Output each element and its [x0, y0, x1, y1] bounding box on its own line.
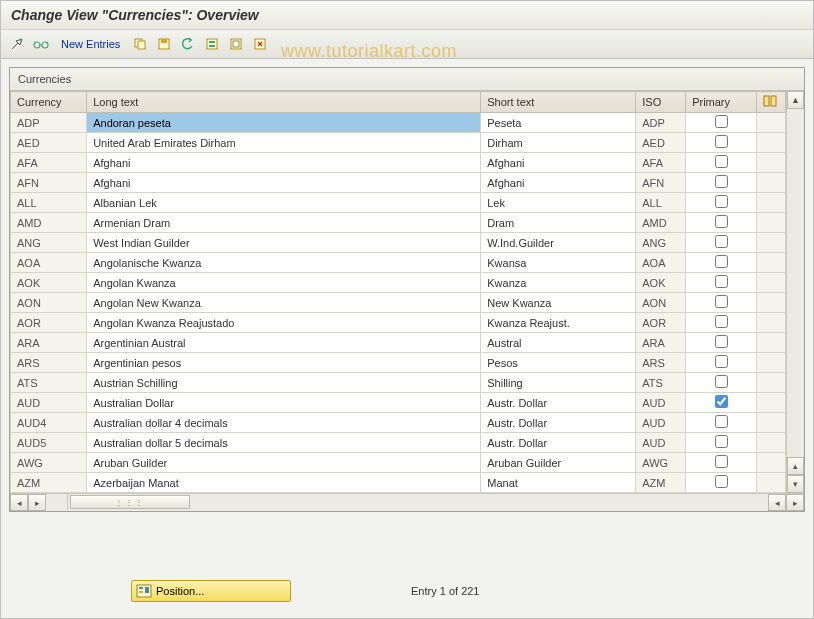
cell-longtext[interactable]: Angolan Kwanza: [87, 273, 481, 293]
cell-shorttext[interactable]: Austr. Dollar: [481, 433, 636, 453]
undo-icon[interactable]: [178, 34, 198, 54]
table-row[interactable]: ARSArgentinian pesosPesosARS: [11, 353, 786, 373]
primary-checkbox[interactable]: [715, 155, 728, 168]
horizontal-scrollbar[interactable]: ◂ ▸ ⋮⋮⋮ ◂ ▸: [10, 493, 804, 511]
table-row[interactable]: ADPAndoran pesetaPesetaADP: [11, 113, 786, 133]
primary-checkbox[interactable]: [715, 275, 728, 288]
cell-primary[interactable]: [686, 273, 757, 293]
cell-currency[interactable]: ARS: [11, 353, 87, 373]
cell-longtext[interactable]: West Indian Guilder: [87, 233, 481, 253]
hscroll-left2-icon[interactable]: ◂: [768, 494, 786, 511]
cell-currency[interactable]: AOK: [11, 273, 87, 293]
cell-iso[interactable]: ADP: [636, 113, 686, 133]
cell-primary[interactable]: [686, 333, 757, 353]
primary-checkbox[interactable]: [715, 435, 728, 448]
cell-primary[interactable]: [686, 413, 757, 433]
hscroll-right-icon[interactable]: ▸: [28, 494, 46, 511]
new-entries-button[interactable]: New Entries: [55, 38, 126, 50]
cell-shorttext[interactable]: Peseta: [481, 113, 636, 133]
cell-shorttext[interactable]: Kwanza: [481, 273, 636, 293]
cell-iso[interactable]: ARS: [636, 353, 686, 373]
cell-longtext[interactable]: Aruban Guilder: [87, 453, 481, 473]
cell-currency[interactable]: ARA: [11, 333, 87, 353]
table-row[interactable]: AOAAngolanische KwanzaKwansaAOA: [11, 253, 786, 273]
cell-shorttext[interactable]: Lek: [481, 193, 636, 213]
table-row[interactable]: AFAAfghaniAfghaniAFA: [11, 153, 786, 173]
table-row[interactable]: AONAngolan New KwanzaNew KwanzaAON: [11, 293, 786, 313]
delete-icon[interactable]: [250, 34, 270, 54]
cell-iso[interactable]: AOK: [636, 273, 686, 293]
primary-checkbox[interactable]: [715, 295, 728, 308]
cell-shorttext[interactable]: Austr. Dollar: [481, 413, 636, 433]
primary-checkbox[interactable]: [715, 355, 728, 368]
primary-checkbox[interactable]: [715, 195, 728, 208]
primary-checkbox[interactable]: [715, 255, 728, 268]
cell-primary[interactable]: [686, 213, 757, 233]
primary-checkbox[interactable]: [715, 335, 728, 348]
cell-primary[interactable]: [686, 353, 757, 373]
cell-iso[interactable]: ATS: [636, 373, 686, 393]
hscroll-left-icon[interactable]: ◂: [10, 494, 28, 511]
cell-currency[interactable]: AOR: [11, 313, 87, 333]
cell-shorttext[interactable]: Austral: [481, 333, 636, 353]
scroll-down-icon[interactable]: ▾: [787, 475, 804, 493]
cell-shorttext[interactable]: Afghani: [481, 153, 636, 173]
cell-primary[interactable]: [686, 153, 757, 173]
primary-checkbox[interactable]: [715, 135, 728, 148]
table-row[interactable]: AWGAruban GuilderAruban GuilderAWG: [11, 453, 786, 473]
position-button[interactable]: Position...: [131, 580, 291, 602]
cell-iso[interactable]: AUD: [636, 393, 686, 413]
cell-currency[interactable]: AED: [11, 133, 87, 153]
table-row[interactable]: AORAngolan Kwanza ReajustadoKwanza Reaju…: [11, 313, 786, 333]
primary-checkbox[interactable]: [715, 215, 728, 228]
cell-longtext[interactable]: Angolan New Kwanza: [87, 293, 481, 313]
cell-primary[interactable]: [686, 233, 757, 253]
cell-iso[interactable]: AOA: [636, 253, 686, 273]
table-row[interactable]: AOKAngolan KwanzaKwanzaAOK: [11, 273, 786, 293]
cell-primary[interactable]: [686, 473, 757, 493]
cell-currency[interactable]: AUD5: [11, 433, 87, 453]
deselect-all-icon[interactable]: [226, 34, 246, 54]
cell-currency[interactable]: AMD: [11, 213, 87, 233]
cell-shorttext[interactable]: Shilling: [481, 373, 636, 393]
primary-checkbox[interactable]: [715, 375, 728, 388]
cell-longtext[interactable]: Armenian Dram: [87, 213, 481, 233]
col-header-longtext[interactable]: Long text: [87, 92, 481, 113]
scroll-down-small-icon[interactable]: ▴: [787, 457, 804, 475]
cell-primary[interactable]: [686, 173, 757, 193]
cell-iso[interactable]: ALL: [636, 193, 686, 213]
cell-iso[interactable]: AED: [636, 133, 686, 153]
cell-shorttext[interactable]: W.Ind.Guilder: [481, 233, 636, 253]
cell-primary[interactable]: [686, 393, 757, 413]
cell-shorttext[interactable]: Austr. Dollar: [481, 393, 636, 413]
cell-shorttext[interactable]: Manat: [481, 473, 636, 493]
cell-currency[interactable]: ANG: [11, 233, 87, 253]
cell-iso[interactable]: AUD: [636, 413, 686, 433]
cell-shorttext[interactable]: New Kwanza: [481, 293, 636, 313]
table-row[interactable]: AUDAustralian DollarAustr. DollarAUD: [11, 393, 786, 413]
primary-checkbox[interactable]: [715, 455, 728, 468]
cell-longtext[interactable]: Austrian Schilling: [87, 373, 481, 393]
cell-shorttext[interactable]: Dirham: [481, 133, 636, 153]
save-icon[interactable]: [154, 34, 174, 54]
select-all-icon[interactable]: [202, 34, 222, 54]
cell-longtext[interactable]: Andoran peseta: [87, 113, 481, 133]
primary-checkbox[interactable]: [715, 235, 728, 248]
cell-longtext[interactable]: Australian Dollar: [87, 393, 481, 413]
cell-iso[interactable]: ARA: [636, 333, 686, 353]
cell-currency[interactable]: ATS: [11, 373, 87, 393]
toggle-display-icon[interactable]: [7, 34, 27, 54]
cell-shorttext[interactable]: Aruban Guilder: [481, 453, 636, 473]
cell-longtext[interactable]: Albanian Lek: [87, 193, 481, 213]
primary-checkbox[interactable]: [715, 475, 728, 488]
cell-currency[interactable]: AUD: [11, 393, 87, 413]
cell-shorttext[interactable]: Dram: [481, 213, 636, 233]
cell-longtext[interactable]: Angolanische Kwanza: [87, 253, 481, 273]
table-row[interactable]: AMDArmenian DramDramAMD: [11, 213, 786, 233]
table-row[interactable]: AUD5Australian dollar 5 decimalsAustr. D…: [11, 433, 786, 453]
col-header-primary[interactable]: Primary: [686, 92, 757, 113]
cell-primary[interactable]: [686, 133, 757, 153]
table-row[interactable]: ATSAustrian SchillingShillingATS: [11, 373, 786, 393]
cell-iso[interactable]: AMD: [636, 213, 686, 233]
primary-checkbox[interactable]: [715, 175, 728, 188]
